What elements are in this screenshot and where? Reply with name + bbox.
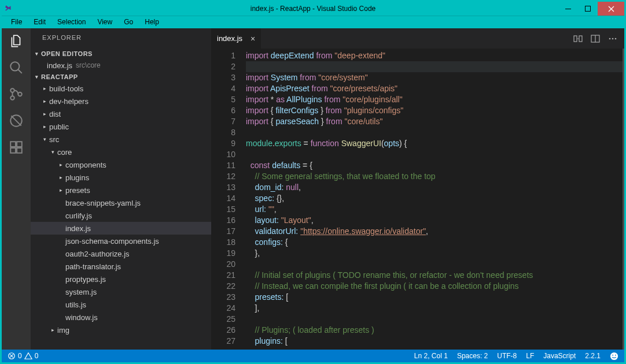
tree-item-dist[interactable]: ▸dist — [31, 107, 211, 120]
menu-view[interactable]: View — [91, 16, 118, 28]
activity-bar — [2, 28, 31, 350]
svg-point-15 — [612, 38, 614, 39]
status-bar: 0 0 Ln 2, Col 1 Spaces: 2 UTF-8 LF JavaS… — [2, 350, 624, 362]
open-editor-item[interactable]: index.jssrc\core — [31, 59, 211, 72]
source-control-icon[interactable] — [8, 86, 24, 102]
chevron-icon — [57, 225, 64, 231]
tree-item-curlify-js[interactable]: curlify.js — [31, 209, 211, 222]
status-version[interactable]: 2.2.1 — [585, 352, 601, 361]
feedback-icon[interactable] — [610, 352, 618, 361]
more-icon[interactable] — [608, 34, 617, 43]
tree-item-components[interactable]: ▸components — [31, 158, 211, 171]
svg-rect-9 — [17, 148, 22, 153]
maximize-button[interactable] — [578, 2, 598, 16]
menu-help[interactable]: Help — [139, 16, 165, 28]
chevron-down-icon: ▾ — [33, 51, 41, 57]
tree-item-presets[interactable]: ▸presets — [31, 184, 211, 196]
chevron-icon: ▸ — [57, 187, 64, 193]
chevron-icon: ▸ — [57, 162, 64, 168]
close-tab-icon[interactable]: × — [251, 34, 255, 43]
tab-index-js[interactable]: index.js × — [211, 28, 261, 49]
search-icon[interactable] — [8, 60, 24, 76]
chevron-icon: ▸ — [57, 174, 64, 180]
close-button[interactable] — [598, 2, 624, 16]
svg-point-2 — [10, 62, 19, 70]
chevron-icon: ▸ — [41, 124, 48, 129]
chevron-icon — [57, 200, 64, 206]
tree-item-path-translator-js[interactable]: path-translator.js — [31, 260, 211, 273]
chevron-icon — [57, 251, 64, 257]
warning-count: 0 — [35, 352, 39, 360]
window-controls — [558, 2, 624, 16]
chevron-down-icon: ▾ — [33, 74, 41, 80]
tree-item-dev-helpers[interactable]: ▸dev-helpers — [31, 95, 211, 107]
menu-selection[interactable]: Selection — [51, 16, 91, 28]
chevron-icon: ▸ — [41, 111, 48, 117]
chevron-icon: ▾ — [41, 136, 48, 142]
chevron-icon — [57, 263, 64, 269]
chevron-icon — [57, 289, 64, 295]
svg-rect-1 — [586, 6, 591, 12]
project-label: REACTAPP — [41, 73, 78, 80]
sidebar-title: EXPLORER — [31, 28, 211, 49]
menu-edit[interactable]: Edit — [28, 16, 51, 28]
tree-item-src[interactable]: ▾src — [31, 133, 211, 146]
svg-point-16 — [615, 38, 617, 39]
tree-item-system-js[interactable]: system.js — [31, 285, 211, 298]
svg-rect-7 — [10, 142, 16, 147]
editor-actions — [573, 28, 624, 49]
status-encoding[interactable]: UTF-8 — [497, 352, 517, 361]
tree-item-window-js[interactable]: window.js — [31, 311, 211, 324]
tree-item-plugins[interactable]: ▸plugins — [31, 171, 211, 184]
minimize-button[interactable] — [558, 2, 578, 16]
menu-file[interactable]: File — [5, 16, 28, 28]
svg-point-18 — [610, 352, 618, 359]
menu-go[interactable]: Go — [118, 16, 139, 28]
tree-item-core[interactable]: ▾core — [31, 146, 211, 158]
explorer-icon[interactable] — [8, 33, 24, 49]
vs-logo-icon — [2, 2, 16, 16]
split-editor-icon[interactable] — [591, 34, 600, 43]
main-area: EXPLORER ▾ OPEN EDITORS index.jssrc\core… — [2, 28, 624, 350]
tree-item-proptypes-js[interactable]: proptypes.js — [31, 273, 211, 285]
editor-tabs: index.js × — [211, 28, 624, 49]
svg-point-14 — [609, 38, 611, 39]
menubar: FileEditSelectionViewGoHelp — [2, 16, 624, 28]
debug-icon[interactable] — [8, 113, 24, 129]
chevron-icon — [57, 213, 64, 218]
window-title: index.js - ReactApp - Visual Studio Code — [251, 5, 376, 13]
chevron-icon: ▸ — [41, 98, 48, 104]
open-editors-header[interactable]: ▾ OPEN EDITORS — [31, 49, 211, 59]
tree-item-index-js[interactable]: index.js — [31, 222, 211, 235]
tree-item-public[interactable]: ▸public — [31, 120, 211, 133]
project-header[interactable]: ▾ REACTAPP — [31, 72, 211, 82]
svg-point-4 — [10, 96, 14, 100]
tree-item-img[interactable]: ▸img — [31, 324, 211, 336]
svg-rect-0 — [565, 9, 571, 9]
code-content[interactable]: import deepExtend from "deep-extend"impo… — [246, 49, 624, 350]
tree-item-oauth2-authorize-js[interactable]: oauth2-authorize.js — [31, 247, 211, 260]
extensions-icon[interactable] — [8, 139, 24, 155]
status-problems[interactable]: 0 0 — [8, 352, 38, 360]
svg-point-19 — [612, 354, 613, 355]
svg-point-3 — [10, 88, 14, 92]
editor-region: index.js × 12345678910111213141516171819… — [211, 28, 624, 350]
tree-item-utils-js[interactable]: utils.js — [31, 298, 211, 311]
tree-item-brace-snippets-yaml-js[interactable]: brace-snippets-yaml.js — [31, 196, 211, 209]
titlebar: index.js - ReactApp - Visual Studio Code — [2, 2, 624, 16]
tree-item-build-tools[interactable]: ▸build-tools — [31, 82, 211, 95]
chevron-icon: ▸ — [41, 86, 48, 91]
code-editor[interactable]: 1234567891011121314151617181920212223242… — [211, 49, 624, 350]
chevron-icon: ▸ — [49, 327, 56, 333]
status-indent[interactable]: Spaces: 2 — [457, 352, 488, 361]
status-language[interactable]: JavaScript — [543, 352, 576, 361]
compare-icon[interactable] — [573, 34, 583, 43]
svg-rect-11 — [574, 36, 577, 42]
svg-point-20 — [615, 354, 616, 355]
svg-rect-8 — [10, 148, 16, 153]
status-cursor[interactable]: Ln 2, Col 1 — [414, 352, 448, 361]
open-editors-label: OPEN EDITORS — [41, 50, 93, 57]
status-eol[interactable]: LF — [526, 352, 534, 361]
chevron-icon — [57, 302, 64, 307]
tree-item-json-schema-components-js[interactable]: json-schema-components.js — [31, 235, 211, 247]
